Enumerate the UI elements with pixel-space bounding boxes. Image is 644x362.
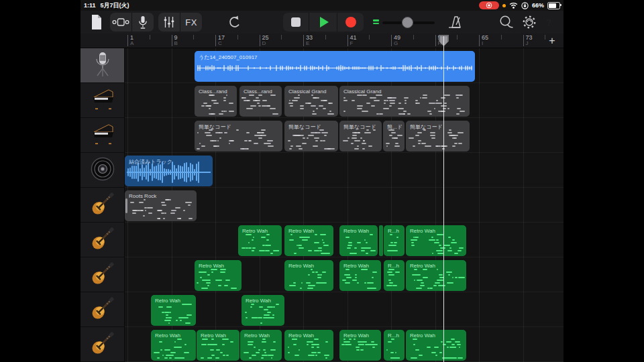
region-Retro Wah[interactable]: Retro Wah — [284, 260, 333, 291]
region-Retro Wah[interactable]: Retro Wah — [406, 225, 466, 256]
region-label: Retro Wah — [288, 263, 331, 269]
track-lane-9[interactable]: Retro WahRetro WahRetro WahRetro WahRetr… — [125, 327, 564, 362]
track-header-6[interactable] — [80, 223, 124, 257]
region-Retro Wah[interactable]: Retro Wah — [241, 295, 284, 326]
region-label: Retro Wah — [343, 263, 379, 269]
track-lane-8[interactable]: Retro WahRetro Wah — [125, 292, 564, 327]
region-Retro Wah[interactable]: Retro Wah — [195, 260, 241, 291]
screen-recording-indicator[interactable] — [479, 1, 499, 9]
region-label: Roots Rock — [129, 193, 195, 199]
electric-guitar-icon — [89, 294, 117, 325]
fx-button[interactable]: FX — [180, 13, 202, 32]
timeline[interactable]: うた14_240507_010917Class...randClass...ra… — [125, 48, 564, 362]
region-label: Retro Wah — [288, 228, 331, 234]
track-lane-7[interactable]: Retro WahRetro WahRetro WahR...hRetro Wa… — [125, 257, 564, 292]
microphone-input-button[interactable] — [131, 13, 153, 32]
track-header-4[interactable] — [80, 153, 124, 188]
gear-icon — [522, 15, 537, 29]
track-header-2[interactable] — [80, 83, 124, 118]
song-browser-button[interactable] — [87, 13, 106, 32]
region-簡単なコード[interactable]: 簡単なコード — [339, 121, 382, 152]
track-header-1[interactable] — [80, 48, 124, 83]
help-button[interactable]: ? — [542, 15, 555, 29]
region-簡単なコード[interactable]: 簡単なコード — [195, 121, 282, 152]
volume-slider-knob[interactable] — [402, 17, 413, 28]
track-header-8[interactable] — [80, 292, 124, 327]
region-Classical Grand[interactable]: Classical Grand — [339, 86, 470, 117]
track-lane-4[interactable]: 結合済みトラック — [125, 153, 564, 188]
region-簡単なコード[interactable]: 簡単なコード — [284, 121, 338, 152]
region-R...h[interactable]: R...h — [384, 225, 405, 256]
volume-slider[interactable] — [382, 16, 435, 28]
speaker-icon — [89, 156, 116, 185]
region-label: Retro Wah — [410, 228, 464, 234]
battery-icon — [547, 2, 560, 9]
grand-piano-icon — [89, 87, 117, 114]
play-button[interactable] — [309, 13, 337, 32]
record-ring-icon — [486, 2, 492, 9]
region-Retro Wah[interactable]: Retro Wah — [339, 260, 381, 291]
metronome-icon — [449, 15, 464, 29]
date: 5月7日(火) — [101, 1, 129, 10]
clock: 1:11 — [84, 2, 96, 9]
track-controls-button[interactable] — [158, 13, 180, 32]
tracks-area: うた14_240507_010917Class...randClass...ra… — [80, 48, 564, 362]
orientation-lock-icon — [521, 2, 529, 9]
region-Retro Wah[interactable]: Retro Wah — [240, 330, 282, 361]
record-button[interactable] — [337, 13, 364, 32]
loop-browser-button[interactable] — [496, 13, 515, 32]
region-Retro Wah[interactable]: Retro Wah — [284, 330, 333, 361]
track-lane-1[interactable]: うた14_240507_010917 — [125, 48, 564, 83]
region-label: Retro Wah — [288, 333, 331, 339]
region-結合済みトラック[interactable]: 結合済みトラック — [125, 156, 213, 186]
track-header-9[interactable] — [80, 327, 124, 362]
region-label: 結合済みトラック — [129, 158, 211, 166]
track-lane-3[interactable]: 簡単なコード簡単なコード簡単なコード簡...ド簡単なコード — [125, 118, 564, 153]
region-簡...ド[interactable]: 簡...ド — [383, 121, 405, 152]
region-label: Retro Wah — [201, 333, 237, 339]
region-Roots Rock[interactable]: Roots Rock — [125, 190, 197, 221]
region-うた14_240507_010917[interactable]: うた14_240507_010917 — [195, 51, 475, 82]
region-Retro Wah[interactable]: Retro Wah — [151, 330, 196, 361]
region-Retro Wah[interactable]: Retro Wah — [406, 330, 466, 361]
stop-button[interactable] — [283, 13, 309, 32]
undo-button[interactable] — [225, 13, 244, 32]
region-Retro Wah[interactable]: Retro Wah — [151, 295, 196, 326]
view-input-group — [110, 13, 154, 32]
region-Retro Wah[interactable]: Retro Wah — [339, 330, 381, 361]
wifi-icon — [509, 2, 518, 9]
region-Retro Wah[interactable]: Retro Wah — [339, 225, 378, 256]
track-lane-6[interactable]: Retro WahRetro WahRetro WahR...hRetro Wa… — [125, 223, 564, 257]
region-Classical Grand[interactable]: Classical Grand — [284, 86, 338, 117]
track-header-7[interactable] — [80, 257, 124, 292]
track-lane-2[interactable]: Class...randClass...randClassical GrandC… — [125, 83, 564, 118]
region-Class...rand[interactable]: Class...rand — [239, 86, 282, 117]
region-Retro Wah[interactable]: Retro Wah — [406, 260, 466, 291]
region-Retro Wah[interactable]: Retro Wah — [197, 330, 239, 361]
region-label: Class...rand — [199, 88, 235, 95]
track-view-toggle-button[interactable] — [110, 13, 131, 32]
region-Retro Wah[interactable]: Retro Wah — [238, 225, 282, 256]
record-icon — [345, 17, 356, 27]
region-clip[interactable] — [379, 225, 383, 256]
metronome-button[interactable] — [447, 13, 466, 32]
ruler[interactable]: 1A9B17C25D33E41F49G57H65I73J + — [80, 34, 564, 48]
stop-icon — [291, 17, 301, 27]
region-label: Class...rand — [244, 88, 280, 95]
region-label: R...h — [388, 333, 402, 339]
settings-button[interactable] — [520, 13, 539, 32]
region-Class...rand[interactable]: Class...rand — [195, 86, 237, 117]
track-lane-5[interactable]: Roots Rock — [125, 188, 564, 223]
region-Retro Wah[interactable]: Retro Wah — [284, 225, 333, 256]
track-header-3[interactable] — [80, 118, 124, 153]
region-label: Retro Wah — [343, 228, 376, 234]
region-label: Retro Wah — [242, 228, 280, 234]
status-bar: 1:11 5月7日(火) — [80, 0, 564, 11]
track-header-5[interactable] — [80, 188, 124, 223]
region-簡単なコード[interactable]: 簡単なコード — [406, 121, 470, 152]
playhead-handle-layer — [125, 34, 564, 48]
playhead[interactable] — [443, 36, 444, 362]
region-R...h[interactable]: R...h — [384, 260, 405, 291]
electric-guitar-icon — [89, 225, 117, 255]
region-R...h[interactable]: R...h — [384, 330, 405, 361]
